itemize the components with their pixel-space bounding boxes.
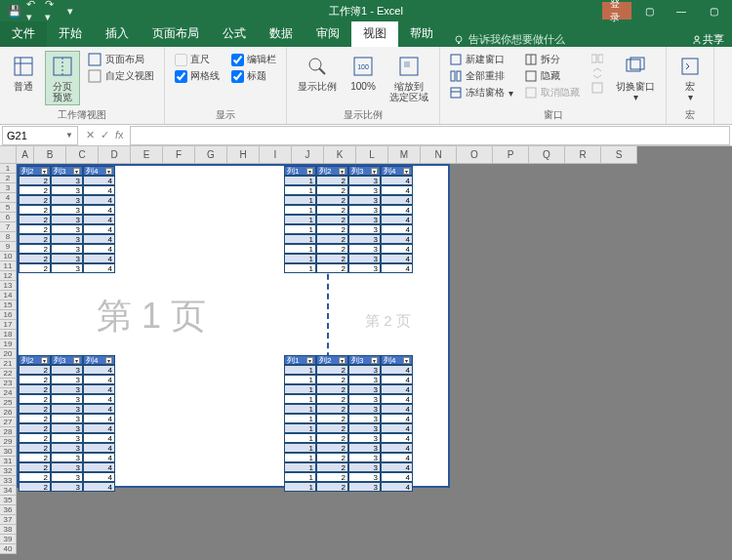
table-header-cell[interactable]: 列2▾ — [316, 166, 348, 176]
table-cell[interactable]: 2 — [19, 472, 51, 482]
table-cell[interactable]: 4 — [83, 244, 115, 254]
table-cell[interactable]: 3 — [51, 254, 83, 263]
table-cell[interactable]: 1 — [284, 205, 316, 215]
table-cell[interactable]: 3 — [348, 443, 381, 453]
table-cell[interactable]: 3 — [51, 404, 83, 414]
table-cell[interactable]: 3 — [51, 394, 83, 404]
table-cell[interactable]: 4 — [83, 423, 115, 433]
table-header-cell[interactable]: 列4▾ — [83, 355, 115, 365]
enter-formula-icon[interactable]: ✓ — [101, 129, 109, 141]
table-cell[interactable]: 1 — [284, 472, 316, 482]
column-header[interactable]: A — [17, 146, 34, 164]
filter-dropdown-icon[interactable]: ▾ — [371, 357, 378, 364]
table-cell[interactable]: 3 — [348, 375, 381, 384]
table-cell[interactable]: 2 — [19, 205, 51, 215]
table-cell[interactable]: 4 — [381, 404, 413, 414]
table-cell[interactable]: 2 — [316, 443, 348, 453]
column-header[interactable]: F — [163, 146, 195, 164]
column-header[interactable]: D — [99, 146, 131, 164]
table-cell[interactable]: 3 — [51, 195, 83, 205]
arrange-all-button[interactable]: 全部重排 — [450, 69, 513, 83]
table-cell[interactable]: 2 — [19, 423, 51, 433]
table-cell[interactable]: 1 — [284, 234, 316, 244]
table-cell[interactable]: 4 — [381, 263, 413, 273]
table-cell[interactable]: 4 — [83, 176, 115, 185]
table-cell[interactable]: 3 — [348, 224, 381, 234]
table-cell[interactable]: 3 — [348, 404, 381, 414]
column-header[interactable]: M — [388, 146, 421, 164]
table-cell[interactable]: 2 — [19, 404, 51, 414]
row-header[interactable]: 18 — [0, 330, 17, 340]
row-header[interactable]: 6 — [0, 213, 17, 222]
row-header[interactable]: 30 — [0, 447, 17, 457]
filter-dropdown-icon[interactable]: ▾ — [105, 168, 112, 175]
unhide-button[interactable]: 取消隐藏 — [525, 86, 580, 100]
column-header[interactable]: I — [260, 146, 292, 164]
filter-dropdown-icon[interactable]: ▾ — [41, 168, 48, 175]
tab-home[interactable]: 开始 — [47, 20, 94, 47]
table-cell[interactable]: 3 — [51, 185, 83, 195]
table-cell[interactable]: 2 — [19, 244, 51, 254]
table-cell[interactable]: 3 — [51, 443, 83, 453]
table-cell[interactable]: 2 — [316, 453, 348, 462]
filter-dropdown-icon[interactable]: ▾ — [403, 168, 410, 175]
table-cell[interactable]: 2 — [19, 384, 51, 394]
table-cell[interactable]: 4 — [381, 185, 413, 195]
table-cell[interactable]: 3 — [348, 244, 381, 254]
table-cell[interactable]: 4 — [83, 443, 115, 453]
table-cell[interactable]: 3 — [348, 414, 381, 423]
table-cell[interactable]: 4 — [381, 443, 413, 453]
row-header[interactable]: 12 — [0, 271, 17, 281]
table-cell[interactable]: 4 — [83, 462, 115, 472]
table-cell[interactable]: 1 — [284, 443, 316, 453]
table-cell[interactable]: 1 — [284, 423, 316, 433]
table-cell[interactable]: 4 — [381, 482, 413, 492]
table-cell[interactable]: 2 — [19, 254, 51, 263]
table-header-cell[interactable]: 列3▾ — [51, 166, 83, 176]
tab-file[interactable]: 文件 — [0, 20, 47, 47]
table-cell[interactable]: 2 — [316, 254, 348, 263]
column-header[interactable]: J — [292, 146, 324, 164]
row-header[interactable]: 37 — [0, 515, 17, 525]
table-cell[interactable]: 1 — [284, 244, 316, 254]
table-cell[interactable]: 3 — [51, 263, 83, 273]
filter-dropdown-icon[interactable]: ▾ — [339, 357, 346, 364]
row-header[interactable]: 31 — [0, 457, 17, 466]
table-cell[interactable]: 3 — [51, 462, 83, 472]
table-cell[interactable]: 1 — [284, 365, 316, 375]
table-cell[interactable]: 2 — [19, 443, 51, 453]
table-header-cell[interactable]: 列4▾ — [381, 355, 413, 365]
row-header[interactable]: 5 — [0, 203, 17, 213]
table-cell[interactable]: 2 — [316, 244, 348, 254]
table-cell[interactable]: 3 — [51, 482, 83, 492]
row-header[interactable]: 40 — [0, 544, 17, 554]
column-header[interactable]: R — [565, 146, 601, 164]
table-header-cell[interactable]: 列3▾ — [348, 355, 381, 365]
zoom-selection-button[interactable]: 缩放到 选定区域 — [385, 51, 433, 105]
tab-data[interactable]: 数据 — [258, 20, 305, 47]
row-header[interactable]: 15 — [0, 300, 17, 310]
row-header[interactable]: 23 — [0, 379, 17, 388]
ribbon-display-icon[interactable]: ▢ — [634, 2, 664, 20]
table-cell[interactable]: 2 — [316, 195, 348, 205]
table-cell[interactable]: 2 — [19, 215, 51, 224]
table-cell[interactable]: 1 — [284, 453, 316, 462]
table-cell[interactable]: 2 — [19, 414, 51, 423]
table-cell[interactable]: 3 — [348, 254, 381, 263]
sync-scroll-button[interactable] — [591, 67, 603, 79]
table-cell[interactable]: 2 — [316, 482, 348, 492]
row-header[interactable]: 38 — [0, 525, 17, 535]
table-cell[interactable]: 2 — [316, 185, 348, 195]
table-cell[interactable]: 3 — [348, 394, 381, 404]
table-cell[interactable]: 4 — [83, 215, 115, 224]
filter-dropdown-icon[interactable]: ▾ — [73, 357, 80, 364]
table-cell[interactable]: 3 — [348, 205, 381, 215]
filter-dropdown-icon[interactable]: ▾ — [306, 357, 313, 364]
row-header[interactable]: 32 — [0, 466, 17, 476]
table-header-cell[interactable]: 列2▾ — [316, 355, 348, 365]
table-cell[interactable]: 4 — [83, 224, 115, 234]
table-cell[interactable]: 4 — [83, 205, 115, 215]
table-cell[interactable]: 2 — [19, 263, 51, 273]
table-cell[interactable]: 4 — [83, 263, 115, 273]
table-cell[interactable]: 4 — [83, 365, 115, 375]
